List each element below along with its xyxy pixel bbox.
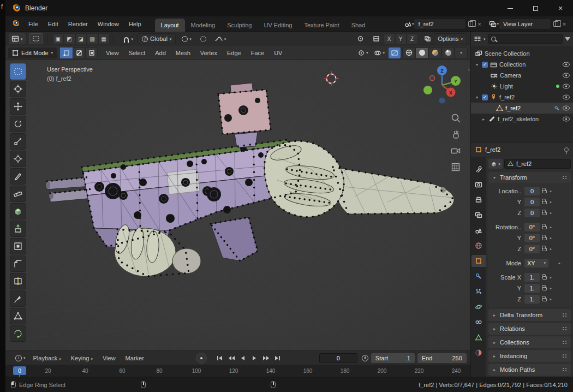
- gizmo-negative-z-ball[interactable]: [439, 98, 445, 104]
- loop-cut-tool[interactable]: [10, 273, 26, 289]
- tab-modifiers[interactable]: [471, 270, 486, 282]
- eye-icon[interactable]: [562, 73, 570, 78]
- select-box-tool[interactable]: [10, 63, 26, 80]
- scene-name-field[interactable]: f_ref2: [414, 19, 466, 29]
- mirror-z-button[interactable]: Z: [407, 33, 418, 44]
- keying-menu[interactable]: Keying ▾: [66, 353, 98, 364]
- poly-build-tool[interactable]: [10, 308, 26, 324]
- expand-icon[interactable]: ▾: [474, 62, 480, 67]
- viewport-menu-mesh[interactable]: Mesh: [171, 47, 195, 58]
- auto-keyframe-button[interactable]: ●: [196, 353, 207, 364]
- mirror-y-button[interactable]: Y: [395, 33, 407, 44]
- close-button[interactable]: ×: [548, 0, 573, 16]
- tab-scene[interactable]: [471, 224, 486, 236]
- workspace-tab-layout[interactable]: Layout: [155, 19, 185, 32]
- select-intersect-icon[interactable]: ▦: [98, 33, 110, 44]
- shading-wireframe-button[interactable]: [402, 47, 415, 58]
- location-y-field[interactable]: 0: [524, 198, 540, 206]
- tab-constraints[interactable]: [471, 316, 486, 328]
- viewport-menu-add[interactable]: Add: [150, 47, 171, 58]
- lock-icon[interactable]: [542, 212, 547, 215]
- show-gizmo-dropdown[interactable]: ▾: [355, 47, 371, 58]
- outliner-row-light[interactable]: Light: [471, 81, 573, 92]
- scale-z-field[interactable]: 1.: [524, 295, 540, 304]
- animate-dot[interactable]: •: [550, 285, 552, 292]
- location-x-field[interactable]: 0: [524, 187, 540, 195]
- pin-icon[interactable]: [564, 147, 569, 152]
- time-icon[interactable]: [362, 355, 368, 361]
- timeline-ruler[interactable]: 20 40 60 80 100 120 140 160 180 200 220 …: [5, 365, 470, 377]
- outliner-row-mesh[interactable]: f_ref2: [471, 103, 573, 114]
- lock-icon[interactable]: [542, 276, 547, 280]
- animate-dot[interactable]: •: [550, 199, 552, 205]
- tab-material[interactable]: [471, 347, 486, 359]
- shading-material-button[interactable]: [428, 47, 441, 58]
- add-cube-tool[interactable]: [10, 203, 26, 219]
- zoom-icon[interactable]: [450, 112, 461, 123]
- model-hand[interactable]: [265, 141, 344, 217]
- outliner-search-field[interactable]: [488, 34, 563, 44]
- cursor-tool[interactable]: [10, 81, 26, 97]
- lock-icon[interactable]: [542, 287, 547, 290]
- eye-icon[interactable]: [562, 62, 570, 67]
- outliner-row-armature[interactable]: ▾ ✓ f_ref2: [471, 92, 573, 103]
- move-tool[interactable]: [10, 98, 26, 115]
- prev-keyframe-button[interactable]: [226, 353, 237, 364]
- workspace-tab-texture-paint[interactable]: Texture Paint: [298, 19, 345, 32]
- tab-render[interactable]: [471, 179, 486, 191]
- measure-tool[interactable]: [10, 186, 26, 202]
- region-toggle-arrow[interactable]: ‹: [468, 67, 470, 73]
- rotation-x-field[interactable]: 0°: [524, 223, 540, 231]
- modifier-and-eye[interactable]: [553, 105, 570, 111]
- minimize-button[interactable]: [498, 0, 523, 16]
- blender-menu-icon[interactable]: [12, 20, 19, 27]
- animate-dot[interactable]: •: [550, 246, 552, 252]
- playhead[interactable]: 0: [13, 366, 26, 375]
- pan-hand-icon[interactable]: [450, 129, 461, 140]
- browse-mesh-button[interactable]: ▾: [488, 159, 503, 169]
- armature-checkbox[interactable]: ✓: [482, 94, 488, 100]
- panel-grip-icon[interactable]: [562, 175, 568, 180]
- navigation-gizmo[interactable]: Z Y X: [421, 63, 463, 106]
- gizmo-negative-y-ball[interactable]: [423, 86, 432, 94]
- panel-grip-icon[interactable]: [562, 340, 568, 345]
- lock-icon[interactable]: [542, 298, 547, 301]
- outliner-filter-icon[interactable]: [565, 37, 570, 41]
- tab-object[interactable]: [471, 255, 486, 267]
- panel-grip-icon[interactable]: [562, 367, 568, 372]
- maximize-button[interactable]: [523, 0, 548, 16]
- active-tool-button[interactable]: [29, 33, 43, 44]
- lock-icon[interactable]: [542, 190, 547, 193]
- lock-icon[interactable]: [542, 248, 547, 251]
- proportional-falloff-dropdown[interactable]: ▾: [212, 33, 229, 44]
- menu-render[interactable]: Render: [63, 19, 93, 29]
- model-support-hand[interactable]: [113, 223, 201, 276]
- collection-checkbox[interactable]: ✓: [482, 62, 488, 68]
- gizmo-negative-x-ball[interactable]: [430, 76, 435, 81]
- edge-select-button[interactable]: [73, 47, 85, 58]
- viewport-menu-view[interactable]: View: [101, 47, 124, 58]
- viewport-menu-face[interactable]: Face: [246, 47, 269, 58]
- unlink-scene-icon[interactable]: ×: [475, 21, 484, 27]
- new-scene-icon[interactable]: [466, 21, 475, 27]
- panel-collections[interactable]: ▸ Collections: [488, 336, 571, 348]
- transform-options-icon[interactable]: [421, 33, 434, 44]
- scale-y-field[interactable]: 1.: [524, 284, 540, 293]
- mode-dropdown[interactable]: Edit Mode ▾: [8, 47, 57, 58]
- camera-view-icon[interactable]: [450, 145, 461, 156]
- playback-menu[interactable]: Playback ▾: [28, 353, 66, 364]
- snap-target-icon[interactable]: [370, 33, 383, 44]
- rotate-tool[interactable]: [10, 116, 26, 132]
- eye-icon[interactable]: [562, 116, 570, 122]
- lock-icon[interactable]: [542, 201, 547, 204]
- expand-icon[interactable]: ▸: [481, 117, 486, 122]
- tab-output[interactable]: [471, 194, 486, 206]
- animate-dot[interactable]: •: [550, 224, 552, 230]
- lock-icon[interactable]: [542, 237, 547, 240]
- tab-world[interactable]: [471, 240, 486, 252]
- rotation-y-field[interactable]: 0°: [524, 234, 540, 242]
- outliner-row-scene-collection[interactable]: Scene Collection: [471, 48, 573, 59]
- lock-icon[interactable]: [542, 226, 547, 229]
- menu-file[interactable]: File: [23, 19, 43, 29]
- tab-tool[interactable]: [471, 163, 486, 175]
